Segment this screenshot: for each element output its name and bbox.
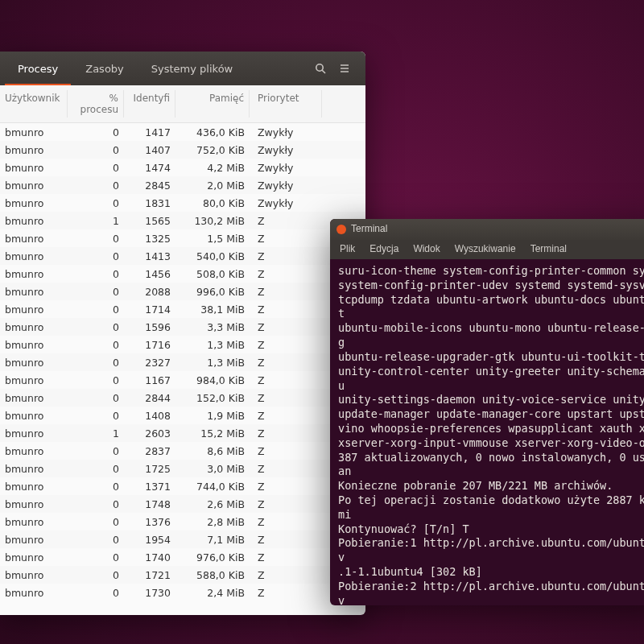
table-row[interactable]: bmunro0183180,0 KiBZwykły [0, 194, 365, 212]
table-row[interactable]: bmunro01721588,0 KiBZ [0, 566, 365, 584]
close-icon[interactable] [336, 225, 346, 234]
cell-pri: Zwykły [250, 159, 322, 176]
table-row[interactable]: bmunro017161,3 MiBZ [0, 336, 365, 353]
menu-plik[interactable]: Plik [340, 243, 355, 256]
cell-user: bmunro [0, 336, 68, 353]
table-row[interactable]: bmunro01407752,0 KiBZwykły [0, 141, 365, 159]
terminal-line: update-manager update-manager-core upsta… [338, 407, 644, 422]
cell-cpu: 0 [68, 336, 124, 353]
cell-pri: Z [250, 354, 322, 371]
cell-mem: 436,0 KiB [175, 124, 250, 141]
cell-id: 1740 [124, 549, 175, 566]
table-row[interactable]: bmunro028452,0 MiBZwykły [0, 176, 365, 194]
terminal-titlebar[interactable]: Terminal [330, 219, 644, 240]
cell-id: 1417 [124, 124, 175, 141]
col-id[interactable]: Identyfi [124, 90, 175, 118]
table-row[interactable]: bmunro01740976,0 KiBZ [0, 548, 365, 566]
cell-user: bmunro [0, 567, 68, 584]
menu-terminal[interactable]: Terminal [530, 243, 567, 256]
terminal-line: 387 aktualizowanych, 0 nowo instalowanyc… [338, 451, 644, 480]
cell-mem: 7,1 MiB [175, 531, 250, 548]
cell-cpu: 0 [68, 248, 124, 265]
table-row[interactable]: bmunro017253,0 MiBZ [0, 460, 365, 477]
terminal-line: xserver-xorg-input-vmmouse xserver-xorg-… [338, 436, 644, 451]
cell-cpu: 0 [68, 514, 124, 530]
cell-pri: Z [250, 372, 322, 389]
table-row[interactable]: bmunro014744,2 MiBZwykły [0, 159, 365, 176]
cell-id: 2837 [124, 443, 175, 460]
cell-user: bmunro [0, 319, 68, 336]
sysmon-header: Procesy Zasoby Systemy plików [0, 52, 365, 85]
table-row[interactable]: bmunro028378,6 MiBZ [0, 442, 365, 460]
cell-id: 1565 [124, 213, 175, 229]
terminal-line: suru-icon-theme system-config-printer-co… [338, 264, 644, 279]
cell-mem: 976,0 KiB [175, 549, 250, 566]
hamburger-menu-icon[interactable] [333, 57, 356, 80]
table-row[interactable]: bmunro02088996,0 KiBZ [0, 283, 365, 300]
tab-zasoby[interactable]: Zasoby [72, 54, 137, 84]
cell-pri: Z [250, 283, 322, 300]
cell-id: 1721 [124, 567, 175, 584]
tab-procesy[interactable]: Procesy [5, 54, 71, 85]
cell-mem: 8,6 MiB [175, 443, 250, 460]
cell-mem: 1,5 MiB [175, 230, 250, 247]
table-row[interactable]: bmunro0171438,1 MiBZ [0, 300, 365, 318]
table-row[interactable]: bmunro013251,5 MiBZ [0, 229, 365, 247]
cell-pri: Z [250, 478, 322, 495]
cell-cpu: 0 [68, 549, 124, 566]
col-user[interactable]: Użytkownik [0, 90, 68, 118]
table-row[interactable]: bmunro02844152,0 KiBZ [0, 389, 365, 407]
cell-mem: 996,0 KiB [175, 283, 250, 300]
table-row[interactable]: bmunro01417436,0 KiBZwykły [0, 123, 365, 141]
cell-user: bmunro [0, 514, 68, 530]
search-icon[interactable] [309, 57, 332, 80]
terminal-output[interactable]: suru-icon-theme system-config-printer-co… [330, 259, 644, 605]
cell-mem: 1,3 MiB [175, 354, 250, 371]
terminal-title: Terminal [351, 223, 387, 236]
cell-user: bmunro [0, 425, 68, 442]
table-row[interactable]: bmunro023271,3 MiBZ [0, 353, 365, 371]
menu-widok[interactable]: Widok [413, 243, 440, 256]
table-row[interactable]: bmunro017302,4 MiBZ [0, 584, 365, 601]
cell-user: bmunro [0, 354, 68, 371]
terminal-window: Terminal Plik Edycja Widok Wyszukiwanie … [330, 219, 644, 605]
table-row[interactable]: bmunro013762,8 MiBZ [0, 513, 365, 530]
cell-user: bmunro [0, 372, 68, 389]
terminal-line: Konieczne pobranie 207 MB/221 MB archiwó… [338, 479, 644, 493]
cell-cpu: 0 [68, 124, 124, 141]
cell-cpu: 0 [68, 230, 124, 247]
cell-pri: Z [250, 336, 322, 353]
table-row[interactable]: bmunro017482,6 MiBZ [0, 495, 365, 513]
table-row[interactable]: bmunro01413540,0 KiBZ [0, 247, 365, 265]
svg-point-0 [316, 64, 323, 71]
menu-wyszukiwanie[interactable]: Wyszukiwanie [455, 243, 516, 256]
cell-id: 1413 [124, 248, 175, 265]
col-memory[interactable]: Pamięć [175, 90, 250, 118]
table-row[interactable]: bmunro1260315,2 MiBZ [0, 424, 365, 442]
tab-systemy-plikow[interactable]: Systemy plików [138, 54, 246, 84]
cell-mem: 2,8 MiB [175, 514, 250, 530]
table-row[interactable]: bmunro01371744,0 KiBZ [0, 477, 365, 495]
cell-id: 1371 [124, 478, 175, 495]
table-row[interactable]: bmunro01456508,0 KiBZ [0, 265, 365, 283]
cell-pri: Zwykły [250, 142, 322, 159]
cell-mem: 130,2 MiB [175, 213, 250, 229]
cell-cpu: 0 [68, 460, 124, 477]
table-row[interactable]: bmunro01167984,0 KiBZ [0, 371, 365, 389]
svg-line-1 [322, 70, 325, 73]
table-row[interactable]: bmunro015963,3 MiBZ [0, 318, 365, 336]
col-cpu[interactable]: % procesu [68, 90, 124, 118]
menu-edycja[interactable]: Edycja [369, 243, 398, 256]
col-priority[interactable]: Priorytet [250, 90, 322, 118]
cell-pri: Zwykły [250, 177, 322, 194]
terminal-line: Pobieranie:2 http://pl.archive.ubuntu.co… [338, 580, 644, 605]
cell-cpu: 1 [68, 213, 124, 229]
table-row[interactable]: bmunro019547,1 MiBZ [0, 530, 365, 548]
cell-mem: 984,0 KiB [175, 372, 250, 389]
table-row[interactable]: bmunro014081,9 MiBZ [0, 407, 365, 424]
cell-user: bmunro [0, 142, 68, 159]
process-list[interactable]: bmunro01417436,0 KiBZwykłybmunro01407752… [0, 123, 365, 601]
table-row[interactable]: bmunro11565130,2 MiBZ [0, 212, 365, 229]
cell-mem: 38,1 MiB [175, 301, 250, 318]
cell-id: 2845 [124, 177, 175, 194]
